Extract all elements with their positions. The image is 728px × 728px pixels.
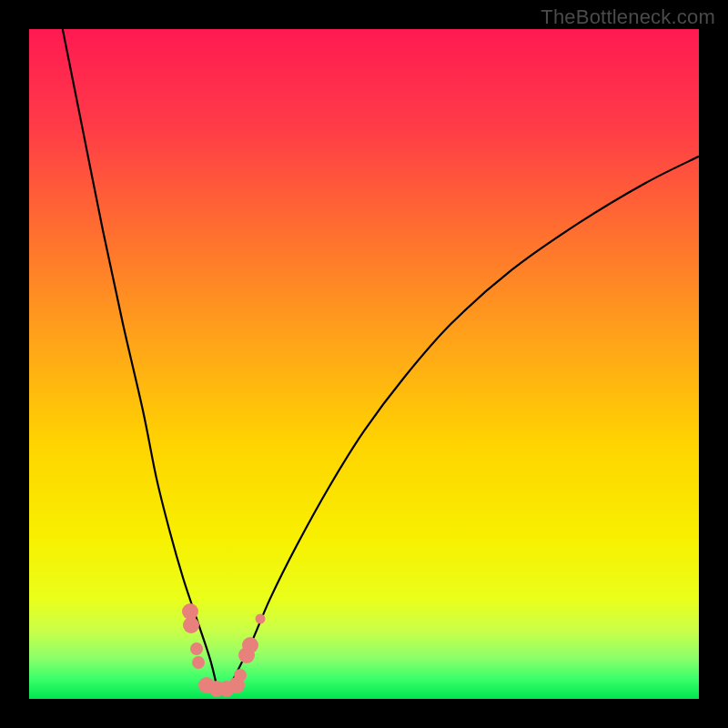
svg-rect-0 (29, 29, 699, 699)
data-point-marker (255, 613, 265, 623)
plot-background (29, 29, 699, 699)
data-point-marker (192, 656, 205, 669)
data-point-marker (183, 617, 199, 633)
data-point-marker (234, 669, 247, 682)
data-point-marker (242, 637, 258, 653)
plot-frame (29, 29, 699, 699)
watermark-text: TheBottleneck.com (541, 5, 715, 29)
data-point-marker (190, 642, 203, 655)
